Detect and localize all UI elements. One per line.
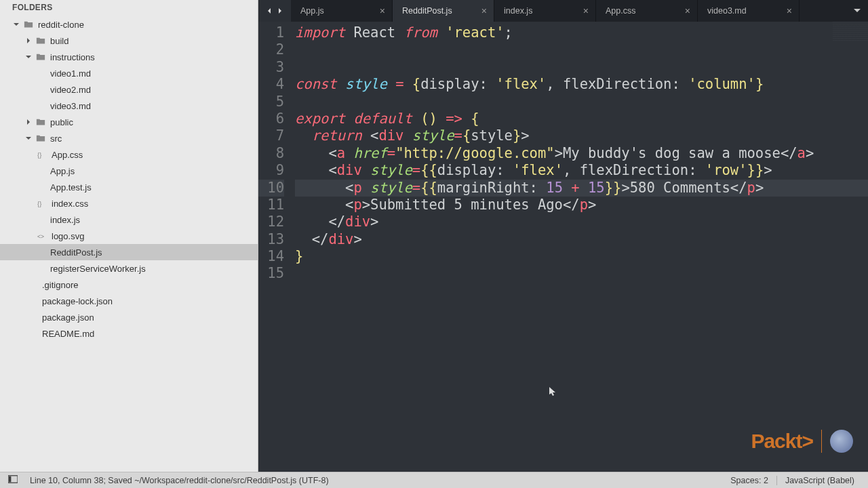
status-position[interactable]: Line 10, Column 38; Saved ~/Workspace/re… [24,476,334,485]
tree-label: package-lock.json [42,296,113,306]
editor-area: App.js×RedditPost.js×index.js×App.css×vi… [258,0,868,472]
status-indent[interactable]: Spaces: 2 [725,476,774,485]
tree-file-video3[interactable]: video3.md [0,98,258,114]
code-line: </div> [295,214,868,230]
tree-label: index.js [50,215,80,225]
tree-file-indexjs[interactable]: index.js [0,211,258,228]
close-icon[interactable]: × [475,6,487,16]
code-editor[interactable]: 123456789101112131415 import React from … [258,22,868,472]
code-icon: <> [37,230,47,241]
close-icon[interactable]: × [678,6,690,16]
line-number: 10 [258,180,284,197]
line-number: 13 [258,231,284,248]
tab-redditpost-js[interactable]: RedditPost.js× [393,0,494,22]
code-line: <div style={{display: 'flex', flexDirect… [295,162,868,179]
tree-file-appcss[interactable]: {} App.css [0,146,258,163]
nav-forward-icon[interactable] [275,6,285,16]
code-line: <a href="http://google.com">My buddy's d… [295,145,868,162]
line-number: 6 [258,110,284,127]
tab-app-css[interactable]: App.css× [596,0,698,22]
tree-label: .gitignore [42,280,78,290]
minimap[interactable] [833,22,868,41]
tree-folder-build[interactable]: build [0,33,258,49]
tree-file-pkg[interactable]: package.json [0,309,258,325]
tab-bar: App.js×RedditPost.js×index.js×App.css×vi… [258,0,868,22]
sidebar-header: FOLDERS [0,0,258,15]
tree-file-video2[interactable]: video2.md [0,81,258,98]
code-content[interactable]: import React from 'react'; const style =… [292,22,868,472]
close-icon[interactable]: × [576,6,589,16]
tree-label: src [50,134,62,144]
line-number: 14 [258,248,284,265]
tree-file-registersw[interactable]: registerServiceWorker.js [0,260,258,277]
tree-file-readme[interactable]: README.md [0,325,258,342]
code-line: import React from 'react'; [295,24,868,41]
line-number: 1 [258,24,284,41]
tree-folder-src[interactable]: src [0,130,258,146]
tree-file-logosvg[interactable]: <> logo.svg [0,228,258,244]
tab-overflow-menu[interactable] [846,0,868,22]
line-number: 2 [258,41,284,58]
code-line: <p>Submitted 5 minutes Ago</p> [295,197,868,214]
tree-file-redditpost[interactable]: RedditPost.js [0,244,258,260]
code-line: return <div style={style}> [295,127,868,144]
nav-back-icon[interactable] [264,6,275,16]
chevron-right-icon [24,37,33,45]
sidebar: FOLDERS reddit-clone build instructions [0,0,258,472]
tab-video3-md[interactable]: video3.md× [698,0,800,22]
chevron-down-icon [24,53,33,61]
folder-open-icon [23,19,34,30]
tab-label: index.js [504,6,532,16]
line-number: 7 [258,127,284,144]
tree-label: registerServiceWorker.js [50,264,146,274]
chevron-down-icon [12,20,20,28]
chevron-right-icon [24,118,33,126]
tree-file-gitignore[interactable]: .gitignore [0,277,258,293]
code-line [295,59,868,76]
svg-text:{}: {} [37,200,42,207]
close-icon[interactable]: × [780,6,792,16]
line-number: 3 [258,59,284,76]
line-number: 5 [258,94,284,110]
svg-text:{}: {} [37,151,42,159]
line-number: 8 [258,145,284,162]
line-number: 15 [258,265,284,282]
tree-label: build [50,36,68,46]
folder-tree[interactable]: reddit-clone build instructions video1.m… [0,15,258,472]
tab-app-js[interactable]: App.js× [291,0,393,22]
tree-label: package.json [42,312,94,323]
tree-folder-root[interactable]: reddit-clone [0,16,258,33]
tree-label: reddit-clone [38,20,84,30]
tree-file-appjs[interactable]: App.js [0,163,258,179]
code-line: } [295,248,868,265]
tab-label: App.css [606,6,635,16]
tree-label: instructions [50,52,95,62]
tree-folder-instructions[interactable]: instructions [0,49,258,65]
tree-file-video1[interactable]: video1.md [0,65,258,81]
code-line: export default () => { [295,110,868,127]
panel-toggle-icon[interactable] [8,475,18,485]
close-icon[interactable]: × [373,6,385,16]
status-syntax[interactable]: JavaScript (Babel) [780,476,860,485]
tree-label: RedditPost.js [50,247,102,258]
tree-file-pkg-lock[interactable]: package-lock.json [0,293,258,309]
chevron-down-icon [24,134,33,142]
tree-label: video3.md [50,101,91,111]
status-separator [776,476,777,485]
svg-text:<>: <> [37,233,44,240]
code-line [295,265,868,282]
tree-label: video1.md [50,68,91,79]
braces-icon: {} [37,149,47,160]
tree-label: App.css [52,150,83,160]
status-bar: Line 10, Column 38; Saved ~/Workspace/re… [0,472,868,488]
tree-label: App.js [50,166,75,176]
tree-file-apptest[interactable]: App.test.js [0,179,258,195]
code-line: <p style={{marginRight: 15 + 15}}>580 Co… [295,180,868,197]
code-line [295,41,868,58]
tree-file-indexcss[interactable]: {} index.css [0,195,258,211]
folder-open-icon [35,52,46,62]
tab-history-nav[interactable] [258,0,291,22]
tree-folder-public[interactable]: public [0,114,258,130]
tab-index-js[interactable]: index.js× [494,0,596,22]
svg-rect-4 [9,476,12,483]
